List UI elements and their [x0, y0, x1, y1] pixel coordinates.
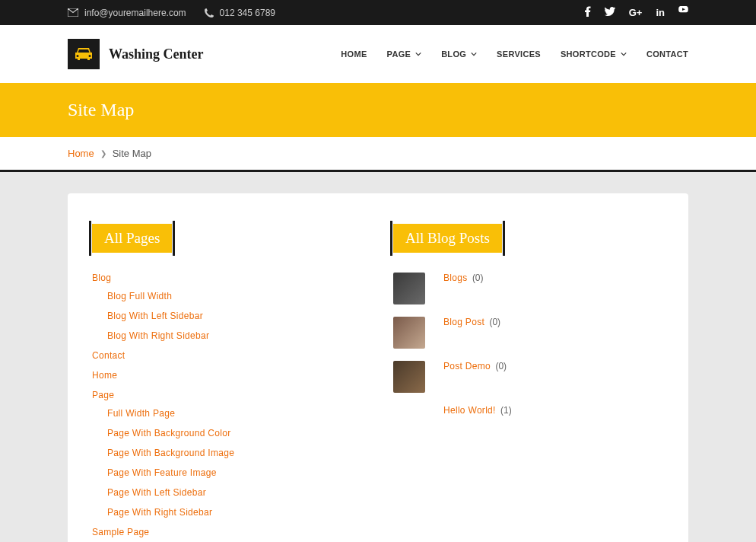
nav-blog[interactable]: BLOG — [441, 49, 477, 59]
chevron-down-icon — [471, 51, 477, 57]
posts-list: Blogs (0) Blog Post (0) — [393, 273, 664, 437]
topbar: info@youremailhere.com 012 345 6789 G+ i… — [0, 0, 756, 25]
main-nav: HOME PAGE BLOG SERVICES SHORTCODE CONTAC… — [341, 49, 688, 59]
topbar-phone-text: 012 345 6789 — [220, 8, 275, 18]
tree-link-page-left[interactable]: Page With Left Sidebar — [107, 487, 206, 498]
tree-link-blog[interactable]: Blog — [92, 273, 111, 283]
post-thumb[interactable] — [393, 361, 425, 393]
tree-link-blog-left[interactable]: Blog With Left Sidebar — [107, 311, 203, 321]
envelope-icon — [68, 8, 78, 17]
chevron-down-icon — [415, 51, 421, 57]
page-title: Site Map — [68, 100, 688, 120]
topbar-phone[interactable]: 012 345 6789 — [205, 8, 275, 18]
post-thumb[interactable] — [393, 273, 425, 304]
twitter-icon[interactable] — [605, 7, 615, 18]
tree-link-page-feat[interactable]: Page With Feature Image — [107, 467, 217, 478]
breadcrumb-current: Site Map — [113, 148, 151, 159]
phone-icon — [205, 8, 214, 18]
post-link-blogs[interactable]: Blogs — [443, 273, 468, 283]
post-item: Blog Post (0) — [393, 317, 664, 349]
posts-column: All Blog Posts Blogs (0) Bl — [393, 224, 664, 542]
googleplus-icon[interactable]: G+ — [629, 7, 643, 18]
youtube-icon[interactable] — [678, 6, 688, 19]
header: Washing Center HOME PAGE BLOG SERVICES S… — [0, 25, 756, 83]
logo[interactable]: Washing Center — [68, 39, 204, 69]
tree-link-page-full[interactable]: Full Width Page — [107, 408, 175, 419]
nav-services[interactable]: SERVICES — [497, 49, 541, 59]
tree-link-sample[interactable]: Sample Page — [92, 527, 149, 537]
post-link-hello[interactable]: Hello World! — [443, 405, 496, 416]
nav-contact[interactable]: CONTACT — [646, 49, 688, 59]
post-count: (0) — [489, 317, 500, 327]
chevron-down-icon — [621, 51, 627, 57]
nav-page-label: PAGE — [387, 49, 411, 59]
post-item: Post Demo (0) — [393, 361, 664, 393]
breadcrumb-home[interactable]: Home — [68, 148, 94, 159]
hero-banner: Site Map — [0, 83, 756, 137]
nav-shortcode[interactable]: SHORTCODE — [561, 49, 627, 59]
post-link-postdemo[interactable]: Post Demo — [443, 361, 491, 371]
post-item: Blogs (0) — [393, 273, 664, 304]
post-item: Hello World! (1) — [393, 405, 664, 437]
linkedin-icon[interactable]: in — [656, 7, 665, 18]
nav-home[interactable]: HOME — [341, 49, 367, 59]
tree-link-page-right[interactable]: Page With Right Sidebar — [107, 507, 212, 518]
pages-column: All Pages Blog Blog Full Width Blog With… — [92, 224, 363, 542]
tree-link-page-bgc[interactable]: Page With Background Color — [107, 428, 231, 438]
section-title-posts: All Blog Posts — [393, 224, 502, 253]
post-thumb-empty — [393, 405, 425, 437]
post-link-blogpost[interactable]: Blog Post — [443, 317, 484, 327]
topbar-email[interactable]: info@youremailhere.com — [68, 8, 186, 18]
nav-blog-label: BLOG — [441, 49, 466, 59]
brand-text: Washing Center — [109, 46, 204, 62]
pages-tree: Blog Blog Full Width Blog With Left Side… — [92, 273, 363, 542]
chevron-right-icon: ❯ — [100, 149, 106, 158]
social-links: G+ in — [585, 6, 688, 19]
tree-link-contact[interactable]: Contact — [92, 350, 125, 361]
post-count: (0) — [472, 273, 484, 283]
tree-link-page-bgi[interactable]: Page With Background Image — [107, 448, 234, 458]
logo-box — [68, 39, 100, 69]
post-count: (1) — [500, 405, 512, 416]
nav-page[interactable]: PAGE — [387, 49, 422, 59]
breadcrumb: Home ❯ Site Map — [0, 137, 756, 172]
post-count: (0) — [495, 361, 507, 371]
facebook-icon[interactable] — [585, 6, 591, 19]
section-title-pages: All Pages — [92, 224, 172, 253]
car-icon — [74, 46, 94, 62]
tree-link-page[interactable]: Page — [92, 390, 114, 400]
tree-link-blog-right[interactable]: Blog With Right Sidebar — [107, 330, 209, 341]
tree-link-blog-full[interactable]: Blog Full Width — [107, 291, 172, 301]
content-card: All Pages Blog Blog Full Width Blog With… — [68, 193, 688, 542]
tree-link-home[interactable]: Home — [92, 370, 117, 381]
nav-shortcode-label: SHORTCODE — [561, 49, 616, 59]
topbar-email-text: info@youremailhere.com — [84, 8, 186, 18]
post-thumb[interactable] — [393, 317, 425, 349]
